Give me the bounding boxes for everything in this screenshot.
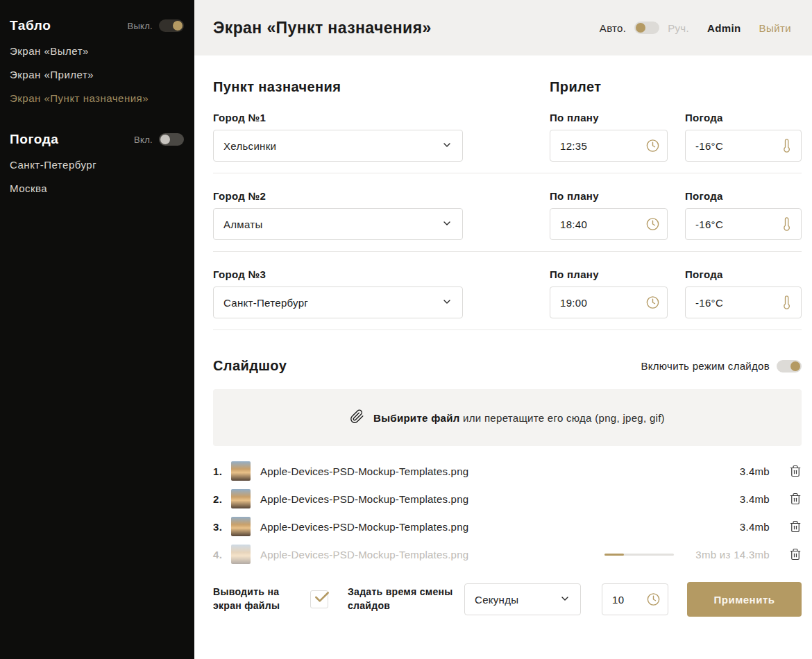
top-bar: Экран «Пункт назначения» Авто. Руч. Admi… bbox=[194, 0, 812, 55]
file-thumbnail bbox=[231, 517, 251, 536]
file-index: 3. bbox=[213, 521, 230, 533]
city-3-select[interactable]: Санкт-Петербург bbox=[213, 286, 463, 318]
city-3-label: Город №3 bbox=[213, 268, 550, 280]
clock-icon bbox=[645, 139, 660, 153]
slideshow-section-title: Слайдшоу bbox=[213, 358, 287, 374]
city-2-value: Алматы bbox=[223, 219, 263, 230]
city-1-value: Хельсинки bbox=[223, 140, 276, 152]
destination-row: Город №3 Санкт-Петербург По плану Погода bbox=[213, 268, 802, 330]
file-name: Apple-Devices-PSD-Mockup-Templates.png bbox=[260, 465, 692, 477]
check-icon bbox=[313, 588, 331, 606]
sidebar-item-arrival-screen[interactable]: Экран «Прилет» bbox=[10, 69, 184, 80]
file-name: Apple-Devices-PSD-Mockup-Templates.png bbox=[260, 493, 692, 505]
weather-toggle-label: Вкл. bbox=[134, 135, 153, 145]
clock-icon bbox=[645, 296, 660, 310]
plan-3-label: По плану bbox=[550, 268, 685, 280]
plan-1-label: По плану bbox=[550, 112, 685, 123]
slide-interval-label: Задать время смены слайдов bbox=[348, 585, 459, 613]
sidebar-item-moscow[interactable]: Москва bbox=[10, 182, 184, 194]
board-toggle[interactable] bbox=[159, 19, 184, 32]
weather-1-label: Погода bbox=[685, 112, 802, 123]
user-name: Admin bbox=[707, 22, 741, 34]
app-window: Табло Выкл. Экран «Вылет» Экран «Прилет»… bbox=[0, 0, 812, 659]
sidebar-section-title-board: Табло bbox=[10, 18, 51, 33]
page-title: Экран «Пункт назначения» bbox=[213, 19, 432, 37]
arrival-section-title: Прилет bbox=[550, 79, 685, 95]
content: Пункт назначения Прилет Город №1 Хельсин… bbox=[194, 55, 812, 659]
destination-row: Город №2 Алматы По плану Погода bbox=[213, 190, 802, 252]
chevron-down-icon bbox=[441, 218, 452, 231]
auto-manual-toggle[interactable] bbox=[634, 22, 659, 34]
interval-unit-value: Секунды bbox=[475, 594, 518, 606]
sidebar-item-spb[interactable]: Санкт-Петербург bbox=[10, 159, 184, 171]
trash-icon[interactable] bbox=[789, 493, 802, 505]
thermometer-icon bbox=[780, 217, 794, 231]
file-thumbnail bbox=[231, 545, 251, 564]
apply-button[interactable]: Применить bbox=[687, 582, 802, 617]
sidebar-section-title-weather: Погода bbox=[10, 132, 59, 147]
file-upload-dropzone[interactable]: Выбирите файл или перетащите его сюда (p… bbox=[213, 389, 802, 446]
main-area: Экран «Пункт назначения» Авто. Руч. Admi… bbox=[194, 0, 812, 659]
plan-2-label: По плану bbox=[550, 190, 685, 202]
file-size: 3.4mb bbox=[692, 521, 770, 533]
file-name: Apple-Devices-PSD-Mockup-Templates.png bbox=[260, 549, 604, 560]
upload-progress-bar bbox=[604, 554, 674, 556]
interval-unit-select[interactable]: Секунды bbox=[464, 583, 581, 615]
thermometer-icon bbox=[780, 139, 794, 153]
sidebar: Табло Выкл. Экран «Вылет» Экран «Прилет»… bbox=[0, 0, 194, 659]
thermometer-icon bbox=[780, 296, 794, 309]
city-1-label: Город №1 bbox=[213, 112, 550, 123]
file-thumbnail bbox=[231, 489, 251, 508]
destination-row: Город №1 Хельсинки По плану Погода bbox=[213, 112, 802, 173]
slideshow-mode-toggle[interactable] bbox=[777, 360, 802, 373]
slideshow-controls: Выводить на экран файлы Задать время сме… bbox=[213, 582, 802, 617]
clock-icon bbox=[645, 217, 660, 232]
city-3-value: Санкт-Петербург bbox=[223, 297, 308, 309]
mode-manual-label: Руч. bbox=[668, 22, 689, 34]
logout-link[interactable]: Выйти bbox=[759, 22, 791, 34]
file-size: 3.4mb bbox=[692, 465, 770, 477]
upload-hint-text: или перетащите его сюда (png, jpeg, gif) bbox=[460, 412, 665, 424]
sidebar-item-departure-screen[interactable]: Экран «Вылет» bbox=[10, 45, 184, 57]
paperclip-icon bbox=[350, 409, 364, 427]
slideshow-toggle-label: Включить режим слайдов bbox=[641, 360, 770, 372]
weather-toggle[interactable] bbox=[159, 133, 184, 146]
file-row: 3. Apple-Devices-PSD-Mockup-Templates.pn… bbox=[213, 513, 802, 540]
file-row: 2. Apple-Devices-PSD-Mockup-Templates.pn… bbox=[213, 485, 802, 513]
file-upload-size: 3mb из 14.3mb bbox=[692, 549, 770, 560]
city-1-select[interactable]: Хельсинки bbox=[213, 130, 463, 162]
file-index: 4. bbox=[213, 549, 230, 560]
trash-icon[interactable] bbox=[789, 465, 802, 477]
file-thumbnail bbox=[231, 461, 251, 481]
sidebar-section-weather: Погода Вкл. Санкт-Петербург Москва bbox=[10, 132, 184, 194]
chevron-down-icon bbox=[559, 593, 570, 606]
file-row-uploading: 4. Apple-Devices-PSD-Mockup-Templates.pn… bbox=[213, 540, 802, 568]
sidebar-section-board: Табло Выкл. Экран «Вылет» Экран «Прилет»… bbox=[10, 18, 184, 104]
destination-section-title: Пункт назначения bbox=[213, 79, 550, 95]
mode-auto-label: Авто. bbox=[600, 22, 626, 34]
trash-icon[interactable] bbox=[789, 548, 802, 560]
city-2-label: Город №2 bbox=[213, 190, 550, 202]
sidebar-item-destination-screen[interactable]: Экран «Пункт назначения» bbox=[10, 92, 184, 104]
display-files-label: Выводить на экран файлы bbox=[213, 585, 295, 613]
clock-icon bbox=[646, 592, 661, 607]
chevron-down-icon bbox=[441, 296, 452, 309]
chevron-down-icon bbox=[441, 139, 452, 153]
display-files-checkbox[interactable] bbox=[310, 590, 328, 608]
weather-3-label: Погода bbox=[685, 268, 802, 280]
trash-icon[interactable] bbox=[789, 520, 802, 533]
file-size: 3.4mb bbox=[692, 493, 770, 505]
file-index: 1. bbox=[213, 465, 230, 477]
mode-switch-group: Авто. Руч. bbox=[600, 22, 689, 34]
city-2-select[interactable]: Алматы bbox=[213, 208, 463, 240]
file-name: Apple-Devices-PSD-Mockup-Templates.png bbox=[260, 521, 692, 533]
file-index: 2. bbox=[213, 493, 230, 505]
board-toggle-label: Выкл. bbox=[127, 21, 153, 31]
file-row: 1. Apple-Devices-PSD-Mockup-Templates.pn… bbox=[213, 457, 802, 485]
weather-2-label: Погода bbox=[685, 190, 802, 202]
file-list: 1. Apple-Devices-PSD-Mockup-Templates.pn… bbox=[213, 457, 802, 568]
upload-link-text[interactable]: Выбирите файл bbox=[373, 412, 460, 424]
